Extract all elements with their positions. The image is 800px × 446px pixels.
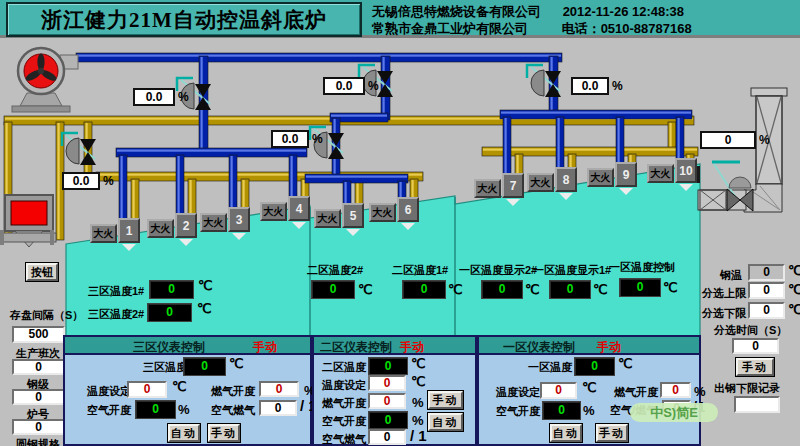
zone2-setpoint-label: 温度设定 — [322, 378, 366, 393]
sort-time-input[interactable]: 0 — [732, 338, 779, 354]
zone1-ctrl-label: 一区温度控制 — [609, 260, 675, 275]
steel-temp-value: 0 — [748, 264, 785, 281]
save-interval-input[interactable]: 500 — [12, 326, 65, 343]
zone2-ratio-label: 空气燃气 — [322, 432, 366, 446]
zone3-auto-button[interactable]: 自动 — [168, 424, 200, 442]
zone2-temp1-label: 二区温度1# — [392, 263, 448, 278]
zone1-manual-button[interactable]: 手动 — [596, 424, 628, 442]
zone1-setpoint-unit: ℃ — [582, 380, 597, 395]
save-interval-label: 存盘间隔（S） — [10, 308, 83, 323]
zone2-temp-unit: ℃ — [411, 356, 426, 371]
zone2-gas-opening-label: 燃气开度 — [322, 396, 366, 411]
zone1-disp1-display: 0 — [549, 280, 591, 299]
sort-lower-limit-unit: ℃ — [788, 302, 800, 317]
zone2-panel-header: 二区仪表控制 手动 — [314, 337, 475, 355]
zone1-gas-opening-unit: % — [694, 384, 706, 399]
zone1-disp1-label: 一区温度显示1# — [533, 263, 611, 278]
sort-lower-limit-label: 分选下限 — [702, 306, 746, 321]
sort-time-label: 分选时间（S） — [714, 323, 787, 338]
zone3-ratio-input[interactable]: 0 — [259, 400, 297, 416]
zone3-panel-title: 三区仪表控制 — [133, 339, 205, 356]
zone2-setpoint-unit: ℃ — [411, 374, 426, 389]
zone3-temp-unit: ℃ — [229, 356, 244, 371]
zone1-air-opening-label: 空气开度 — [496, 404, 540, 419]
furnace-number-input[interactable]: 0 — [12, 419, 65, 435]
zone3-gas-opening-input[interactable]: 0 — [259, 381, 299, 397]
chimney-icon — [698, 88, 787, 212]
zone3-mode-indicator: 手动 — [253, 339, 277, 356]
zone2-air-opening-unit: % — [412, 413, 424, 428]
production-shift-input[interactable]: 0 — [12, 359, 65, 375]
right-manual-button[interactable]: 手动 — [736, 358, 774, 376]
zone1-disp2-unit: ℃ — [525, 282, 540, 297]
zone2-temp-label: 二区温度 — [322, 360, 366, 375]
zone2-auto-button[interactable]: 自动 — [428, 413, 463, 431]
zone1-air-opening-unit: % — [583, 403, 595, 418]
zone1-panel-title: 一区仪表控制 — [503, 339, 575, 356]
zone1-air-opening-display: 0 — [542, 401, 581, 420]
zone1-gas-opening-label: 燃气开度 — [614, 385, 658, 400]
zone1-setpoint-label: 温度设定 — [496, 385, 540, 400]
zone1-temp-unit: ℃ — [618, 356, 633, 371]
zone1-panel-header: 一区仪表控制 手动 — [479, 337, 699, 355]
zone3-air-opening-unit: % — [178, 402, 190, 417]
zone3-temp-label: 三区温度 — [143, 360, 187, 375]
zone2-temp1-unit: ℃ — [448, 282, 463, 297]
zone3-control-panel: 三区仪表控制 手动 三区温度 0 ℃ 温度设定 0 ℃ 燃气开度 0 % 空气开… — [63, 335, 312, 446]
zone2-manual-button[interactable]: 手动 — [428, 391, 463, 409]
zone1-ctrl-unit: ℃ — [663, 280, 678, 295]
zone1-temp-display: 0 — [574, 357, 615, 376]
zone3-panel-header: 三区仪表控制 手动 — [65, 337, 310, 355]
tapping-lower-record-label: 出钢下限记录 — [714, 381, 780, 396]
zone1-gas-opening-input[interactable]: 0 — [660, 382, 691, 398]
zone2-air-opening-label: 空气开度 — [322, 414, 366, 429]
fan-icon — [12, 48, 78, 112]
ladle-icon — [0, 195, 56, 247]
zone3-temp1-label: 三区温度1# — [88, 284, 144, 299]
zone2-temp2-label: 二区温度2# — [307, 263, 363, 278]
zone3-temp2-label: 三区温度2# — [88, 307, 144, 322]
tapping-lower-record-input[interactable] — [734, 396, 780, 413]
sort-upper-limit-input[interactable]: 0 — [748, 282, 785, 299]
zone2-setpoint-input[interactable]: 0 — [368, 375, 406, 391]
zone3-temp2-unit: ℃ — [197, 301, 212, 316]
zone1-disp1-unit: ℃ — [593, 282, 608, 297]
zone2-temp-display: 0 — [368, 357, 408, 375]
zone3-temp-display: 0 — [183, 357, 226, 376]
zone3-setpoint-input[interactable]: 0 — [127, 381, 167, 398]
zone2-gas-opening-unit: % — [412, 395, 424, 410]
sort-upper-limit-unit: ℃ — [788, 282, 800, 297]
watermark-badge: 中S)简E — [630, 403, 718, 422]
zone2-ratio-suffix: / 1 — [410, 427, 427, 444]
zone2-ratio-input[interactable]: 0 — [368, 429, 406, 445]
zone1-auto-button[interactable]: 自动 — [550, 424, 582, 442]
zone1-disp2-display: 0 — [481, 280, 523, 299]
zone2-gas-opening-input[interactable]: 0 — [368, 393, 406, 409]
zone3-air-opening-label: 空气开度 — [87, 403, 131, 418]
steel-temp-unit: ℃ — [788, 263, 800, 278]
zone2-mode-indicator: 手动 — [400, 339, 424, 356]
zone3-air-opening-display: 0 — [135, 400, 176, 419]
zone3-manual-button[interactable]: 手动 — [208, 424, 240, 442]
zone1-control-panel: 一区仪表控制 手动 一区温度 0 ℃ 温度设定 0 ℃ 燃气开度 0 % 空气开… — [477, 335, 701, 446]
zone2-temp1-display: 0 — [402, 280, 446, 299]
zone1-setpoint-input[interactable]: 0 — [540, 382, 577, 399]
zone2-air-opening-display: 0 — [368, 411, 408, 429]
sort-upper-limit-label: 分选上限 — [702, 286, 746, 301]
sort-lower-limit-input[interactable]: 0 — [748, 302, 785, 319]
steel-temp-label: 钢温 — [720, 268, 742, 283]
zone3-setpoint-label: 温度设定 — [87, 384, 131, 399]
zone3-temp1-display: 0 — [149, 280, 194, 299]
button-panel-button[interactable]: 按钮 — [26, 263, 58, 281]
zone2-temp2-unit: ℃ — [358, 282, 373, 297]
zone3-ratio-label: 空气燃气 — [211, 403, 255, 418]
round-steel-spec-label: 圆钢规格 — [16, 437, 60, 446]
zone1-mode-indicator: 手动 — [597, 339, 621, 356]
steel-grade-input[interactable]: 0 — [12, 389, 65, 405]
zone3-setpoint-unit: ℃ — [172, 379, 187, 394]
zone2-panel-title: 二区仪表控制 — [320, 339, 392, 356]
zone3-temp2-display: 0 — [147, 303, 192, 322]
zone1-disp2-label: 一区温度显示2# — [459, 263, 537, 278]
zone3-gas-opening-label: 燃气开度 — [211, 384, 255, 399]
zone2-control-panel: 二区仪表控制 手动 二区温度 0 ℃ 温度设定 0 ℃ 燃气开度 0 % 手动 … — [312, 335, 477, 446]
